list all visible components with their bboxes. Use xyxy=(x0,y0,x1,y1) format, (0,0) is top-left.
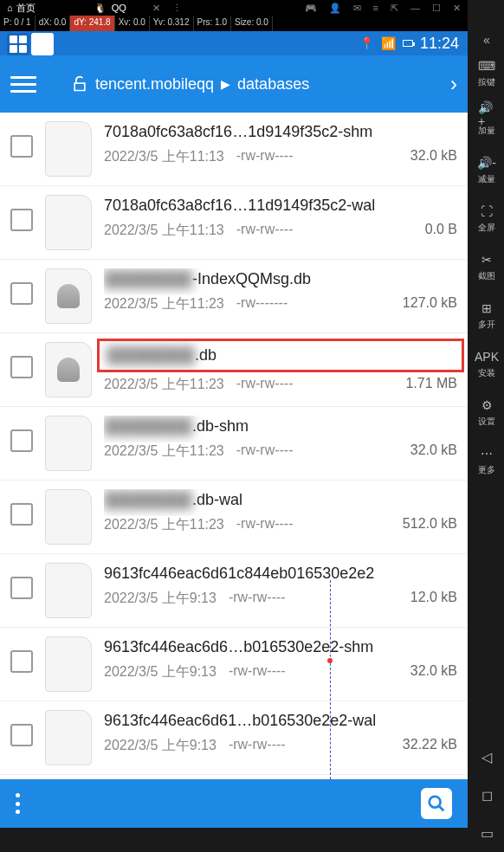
android-status-bar: 📍 📶 11:24 xyxy=(0,31,468,55)
sidebar-item-按键[interactable]: ⌨按键 xyxy=(469,48,504,97)
sidebar-item-label: 按键 xyxy=(478,76,495,88)
sidebar-icon: APK xyxy=(478,349,495,365)
file-row[interactable]: 9613fc446eac6d61…b016530e2e2-wal 2022/3/… xyxy=(0,701,468,775)
mail-icon[interactable]: ✉ xyxy=(353,3,361,14)
sidebar-item-设置[interactable]: ⚙设置 xyxy=(469,388,504,436)
debug-prs: Prs: 1.0 xyxy=(194,16,231,31)
overflow-menu-icon[interactable] xyxy=(16,793,21,814)
home-icon: ⌂ xyxy=(7,3,13,13)
file-date: 2022/3/5 上午11:23 xyxy=(104,442,224,461)
file-row[interactable]: ████████.db 2022/3/5 上午11:23 -rw-rw---- … xyxy=(0,333,468,407)
debug-yv: Yv: 0.312 xyxy=(150,16,194,31)
file-date: 2022/3/5 上午11:23 xyxy=(104,376,224,394)
battery-icon xyxy=(403,40,413,47)
nav-home-icon[interactable]: ◻ xyxy=(469,776,504,814)
file-row[interactable]: ████████.db-wal 2022/3/5 上午11:23 -rw-rw-… xyxy=(0,481,468,554)
chevron-right-icon: ▶ xyxy=(221,77,230,91)
hamburger-menu-icon[interactable] xyxy=(10,71,36,97)
sidebar-item-减量[interactable]: 🔊-减量 xyxy=(469,145,504,194)
sidebar-icon: ⌨ xyxy=(478,58,495,74)
maximize-icon[interactable]: ☐ xyxy=(432,3,441,14)
sidebar-item-安装[interactable]: APK安装 xyxy=(469,339,504,388)
sidebar-item-全屏[interactable]: ⛶全屏 xyxy=(469,194,504,242)
sidebar-item-多开[interactable]: ⊞多开 xyxy=(469,291,504,339)
file-checkbox[interactable] xyxy=(10,135,33,158)
list-view-icon[interactable] xyxy=(31,33,54,55)
file-icon xyxy=(45,195,92,250)
file-row[interactable]: 9613fc446eac6d6…b016530e2e2-shm 2022/3/5… xyxy=(0,628,468,701)
menu-icon[interactable]: ≡ xyxy=(373,3,378,14)
sidebar-item-label: 安装 xyxy=(478,367,495,379)
breadcrumb-path1: tencent.mobileqq xyxy=(95,75,214,94)
file-size: 32.0 kB xyxy=(410,442,457,461)
location-icon: 📍 xyxy=(359,36,374,50)
pin-icon[interactable]: ⇱ xyxy=(391,3,398,14)
bottom-bar xyxy=(0,779,468,828)
tab-home[interactable]: ⌂ 首页 xyxy=(0,2,42,15)
sidebar-icon: 🔊- xyxy=(478,155,495,171)
search-icon xyxy=(427,794,446,813)
file-size: 0.0 B xyxy=(425,222,457,240)
file-size: 32.0 kB xyxy=(410,148,457,166)
file-icon xyxy=(45,489,92,545)
user-icon[interactable]: 👤 xyxy=(329,3,341,14)
close-icon[interactable]: ✕ xyxy=(453,3,461,14)
file-name: 7018a0fc63a8cf16…11d9149f35c2-wal xyxy=(104,195,457,222)
file-date: 2022/3/5 上午9:13 xyxy=(104,590,216,608)
file-size: 12.0 kB xyxy=(410,590,457,608)
file-name: ████████.db-shm xyxy=(104,416,457,442)
sidebar-item-截图[interactable]: ✂截图 xyxy=(469,242,504,291)
file-checkbox[interactable] xyxy=(10,356,33,378)
file-row[interactable]: ████████.db-shm 2022/3/5 上午11:23 -rw-rw-… xyxy=(0,407,468,481)
file-size: 1.71 MB xyxy=(405,376,457,394)
sidebar-collapse-icon[interactable]: « xyxy=(469,31,504,48)
file-icon xyxy=(45,121,92,177)
file-checkbox[interactable] xyxy=(10,503,33,526)
gamepad-icon[interactable]: 🎮 xyxy=(305,3,317,14)
file-list[interactable]: 7018a0fc63a8cf16…1d9149f35c2-shm 2022/3/… xyxy=(0,113,468,779)
file-row[interactable]: 7018a0fc63a8cf16…1d9149f35c2-shm 2022/3/… xyxy=(0,113,468,186)
file-row[interactable]: 7018a0fc63a8cf16…11d9149f35c2-wal 2022/3… xyxy=(0,186,468,260)
lock-open-icon xyxy=(71,74,88,94)
tab-qq-label: QQ xyxy=(112,3,126,13)
file-row[interactable]: 9613fc446eac6d61c844eb016530e2e2 2022/3/… xyxy=(0,554,468,628)
file-name: ████████-IndexQQMsg.db xyxy=(104,268,457,295)
window-tabs: ⌂ 首页 🐧 QQ ✕ ⋮ 🎮 👤 ✉ ≡ ⇱ — ☐ ✕ xyxy=(0,0,468,16)
sidebar-item-更多[interactable]: ⋯更多 xyxy=(469,436,504,485)
breadcrumb-path2: databases xyxy=(237,75,309,94)
debug-p: P: 0 / 1 xyxy=(0,16,36,31)
file-icon xyxy=(45,416,92,471)
minimize-icon[interactable]: — xyxy=(410,3,420,14)
nav-recents-icon[interactable]: ▭ xyxy=(469,814,504,852)
breadcrumb[interactable]: tencent.mobileqq ▶ databases xyxy=(71,74,443,94)
file-checkbox[interactable] xyxy=(10,429,33,452)
nav-forward-icon[interactable]: › xyxy=(450,72,457,96)
search-button[interactable] xyxy=(421,788,452,819)
file-size: 512.0 kB xyxy=(403,516,457,534)
tab-menu-icon[interactable]: ⋮ xyxy=(172,3,182,14)
file-name: ████████.db xyxy=(97,339,464,372)
file-date: 2022/3/5 上午9:13 xyxy=(104,663,216,681)
file-date: 2022/3/5 上午11:13 xyxy=(104,222,224,240)
nav-back-icon[interactable]: ◁ xyxy=(469,738,504,776)
file-checkbox[interactable] xyxy=(10,282,33,305)
emulator-sidebar: « ⌨按键🔊+加量🔊-减量⛶全屏✂截图⊞多开APK安装⚙设置⋯更多 ◁ ◻ ▭ xyxy=(469,31,504,852)
sidebar-item-label: 更多 xyxy=(478,464,495,476)
grid-view-icon[interactable] xyxy=(7,33,29,55)
sidebar-icon: ✂ xyxy=(478,252,495,268)
file-checkbox[interactable] xyxy=(10,209,33,231)
tab-close-icon[interactable]: ✕ xyxy=(152,3,160,14)
file-permissions: -rw-rw---- xyxy=(229,663,286,681)
file-checkbox[interactable] xyxy=(10,577,33,599)
file-checkbox[interactable] xyxy=(10,724,33,746)
sidebar-icon: ⚙ xyxy=(478,397,495,413)
file-name: 9613fc446eac6d6…b016530e2e2-shm xyxy=(104,636,457,663)
file-checkbox[interactable] xyxy=(10,650,33,673)
sidebar-item-加量[interactable]: 🔊+加量 xyxy=(469,97,504,145)
tab-qq[interactable]: 🐧 QQ xyxy=(94,3,126,14)
file-row[interactable]: ████████-IndexQQMsg.db 2022/3/5 上午11:23 … xyxy=(0,260,468,333)
sidebar-item-label: 设置 xyxy=(478,416,495,428)
sidebar-icon: ⛶ xyxy=(478,203,495,219)
sidebar-icon: ⋯ xyxy=(478,446,495,462)
file-permissions: -rw------- xyxy=(236,295,288,313)
